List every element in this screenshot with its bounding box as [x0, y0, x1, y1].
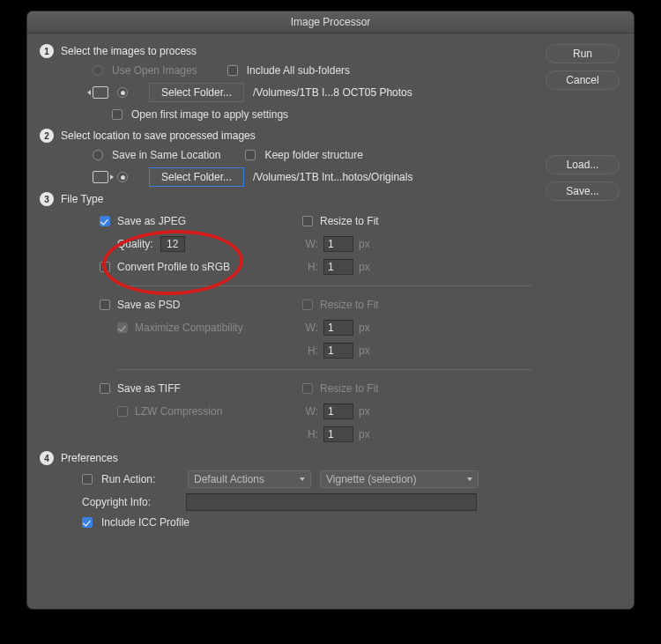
open-first-image-checkbox[interactable]: [112, 109, 123, 120]
step-badge-4: 4: [40, 451, 54, 465]
select-dest-folder-button[interactable]: Select Folder...: [149, 167, 244, 187]
psd-resize-label: Resize to Fit: [320, 299, 379, 311]
step-badge-3: 3: [40, 192, 54, 206]
save-as-tiff-label: Save as TIFF: [117, 382, 181, 395]
jpeg-quality-input[interactable]: [160, 236, 185, 252]
tiff-w-input: [323, 403, 353, 419]
psd-h-input: [323, 343, 353, 359]
lzw-label: LZW Compression: [135, 405, 222, 418]
jpeg-quality-label: Quality:: [117, 238, 153, 250]
section-save-location: 2 Select location to save processed imag…: [40, 129, 533, 187]
maximize-compat-checkbox: [117, 322, 128, 333]
source-path: /Volumes/1TB I...8 OCT05 Photos: [253, 86, 412, 99]
run-action-label: Run Action:: [101, 473, 179, 485]
open-first-image-label: Open first image to apply settings: [131, 108, 288, 121]
tiff-resize-checkbox: [302, 383, 313, 394]
include-subfolders-label: Include All sub-folders: [247, 64, 350, 77]
save-as-jpeg-checkbox[interactable]: [100, 216, 110, 226]
window-title: Image Processor: [291, 16, 371, 28]
folder-out-icon: [93, 171, 108, 183]
keep-folder-structure-checkbox[interactable]: [245, 150, 256, 160]
jpeg-h-unit: px: [359, 261, 370, 273]
convert-srgb-label: Convert Profile to sRGB: [117, 261, 230, 273]
save-as-tiff-checkbox[interactable]: [100, 383, 110, 394]
section1-title: Select the images to process: [61, 45, 197, 57]
save-same-location-radio[interactable]: [93, 150, 103, 160]
include-icc-checkbox[interactable]: [82, 517, 93, 528]
side-buttons: Run Cancel Load... Save...: [533, 44, 621, 598]
include-subfolders-checkbox[interactable]: [227, 65, 238, 76]
select-source-folder-radio[interactable]: [117, 87, 128, 98]
titlebar[interactable]: Image Processor: [27, 11, 634, 33]
jpeg-resize-checkbox[interactable]: [302, 216, 313, 226]
save-as-jpeg-label: Save as JPEG: [117, 215, 186, 227]
step-badge-2: 2: [40, 129, 54, 143]
jpeg-h-input: [323, 259, 353, 275]
psd-w-unit: px: [359, 322, 370, 334]
folder-in-icon: [93, 86, 108, 99]
action-set-select[interactable]: Default Actions: [188, 470, 311, 488]
dest-path: /Volumes/1TB Int...hotos/Originals: [253, 171, 412, 183]
divider-1: [117, 285, 531, 286]
section4-title: Preferences: [61, 452, 118, 464]
section-file-type: 3 File Type Save as JPEG Quality:: [40, 192, 533, 446]
filetype-psd: Save as PSD Maximize Compatibility: [64, 293, 533, 362]
save-button[interactable]: Save...: [546, 181, 620, 201]
action-name-value: Vignette (selection): [326, 473, 417, 485]
divider-2: [117, 369, 531, 370]
convert-srgb-checkbox[interactable]: [100, 262, 110, 272]
psd-resize-checkbox: [302, 300, 313, 310]
tiff-h-unit: px: [359, 428, 370, 440]
maximize-compat-label: Maximize Compatibility: [135, 322, 243, 334]
jpeg-w-label: W:: [302, 238, 318, 250]
copyright-label: Copyright Info:: [82, 496, 177, 508]
use-open-images-label: Use Open Images: [112, 64, 197, 77]
run-button[interactable]: Run: [546, 44, 620, 63]
section-preferences: 4 Preferences Run Action: Default Action…: [40, 451, 533, 529]
action-name-select[interactable]: Vignette (selection): [320, 470, 479, 488]
psd-w-label: W:: [302, 322, 318, 334]
section-select-images: 1 Select the images to process Use Open …: [40, 44, 533, 123]
filetype-jpeg: Save as JPEG Quality: Convert Profile to…: [64, 210, 533, 278]
psd-h-unit: px: [359, 344, 370, 357]
keep-folder-structure-label: Keep folder structure: [264, 149, 362, 161]
use-open-images-radio[interactable]: [93, 65, 103, 76]
save-as-psd-checkbox[interactable]: [100, 300, 110, 310]
psd-h-label: H:: [302, 344, 318, 357]
filetype-tiff: Save as TIFF LZW Compression Resi: [64, 377, 533, 446]
tiff-w-unit: px: [359, 405, 370, 418]
jpeg-w-input: [323, 236, 353, 252]
copyright-input[interactable]: [186, 493, 477, 511]
step-badge-1: 1: [40, 44, 54, 58]
cancel-button[interactable]: Cancel: [546, 70, 620, 90]
tiff-h-label: H:: [302, 428, 318, 440]
tiff-h-input: [323, 426, 353, 442]
section3-title: File Type: [61, 193, 103, 205]
run-action-checkbox[interactable]: [82, 474, 93, 485]
psd-w-input: [323, 320, 353, 336]
load-button[interactable]: Load...: [546, 155, 620, 174]
section2-title: Select location to save processed images: [61, 130, 256, 142]
select-dest-folder-radio[interactable]: [117, 172, 128, 182]
include-icc-label: Include ICC Profile: [101, 516, 189, 529]
jpeg-h-label: H:: [302, 261, 318, 273]
lzw-checkbox: [117, 406, 128, 417]
save-as-psd-label: Save as PSD: [117, 299, 180, 311]
jpeg-resize-label: Resize to Fit: [320, 215, 379, 227]
save-same-location-label: Save in Same Location: [112, 149, 220, 161]
jpeg-w-unit: px: [359, 238, 370, 250]
select-source-folder-button[interactable]: Select Folder...: [149, 83, 244, 102]
tiff-resize-label: Resize to Fit: [320, 382, 379, 395]
image-processor-dialog: Image Processor 1 Select the images to p…: [26, 11, 635, 610]
action-set-value: Default Actions: [194, 473, 264, 485]
tiff-w-label: W:: [302, 405, 318, 418]
